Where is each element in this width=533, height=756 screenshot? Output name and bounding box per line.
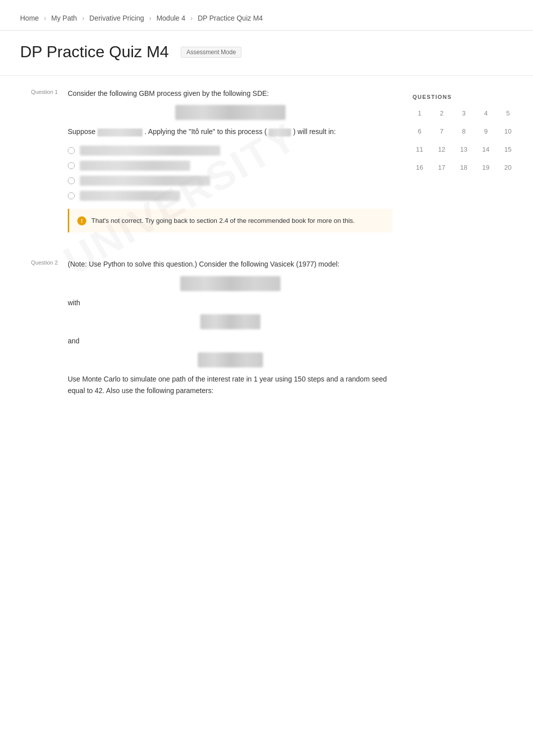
q2-with-blur [200, 314, 260, 329]
breadcrumb-module4[interactable]: Module 4 [157, 14, 186, 22]
question-2-label: Question 2 [20, 259, 58, 402]
q-num-8[interactable]: 8 [457, 124, 471, 138]
breadcrumb: Home › My Path › Derivative Pricing › Mo… [0, 0, 533, 31]
breadcrumb-home[interactable]: Home [20, 14, 39, 22]
q1-option-3[interactable] [68, 176, 392, 186]
breadcrumb-sep-3: › [149, 14, 152, 22]
breadcrumb-quiz[interactable]: DP Practice Quiz M4 [198, 14, 263, 22]
q2-and-blur [198, 352, 263, 367]
q-num-1[interactable]: 1 [413, 106, 427, 120]
question-1-block: Question 1 Consider the following GBM pr… [20, 88, 392, 242]
questions-nav: QUESTIONS 123456789101112131415161718192… [413, 88, 513, 180]
breadcrumb-sep-2: › [82, 14, 84, 22]
breadcrumb-sep-1: › [44, 14, 46, 22]
question-1-intro: Consider the following GBM process given… [68, 88, 392, 99]
questions-nav-title: QUESTIONS [413, 94, 513, 100]
q-num-17[interactable]: 17 [435, 160, 449, 174]
assessment-badge: Assessment Mode [181, 47, 241, 58]
q1-radio-4[interactable] [68, 192, 75, 199]
q1-feedback: ! That's not correct. Try going back to … [68, 209, 392, 233]
q2-with-formula [68, 314, 392, 329]
q-num-5[interactable]: 5 [501, 106, 515, 120]
q1-option-4-text [80, 191, 180, 201]
q1-option-3-text [80, 176, 210, 186]
q1-option-1-text [80, 146, 220, 156]
q-num-2[interactable]: 2 [435, 106, 449, 120]
q1-feedback-text: That's not correct. Try going back to se… [91, 216, 355, 226]
question-1-content: Consider the following GBM process given… [68, 88, 392, 232]
q-num-12[interactable]: 12 [435, 142, 449, 156]
q-num-9[interactable]: 9 [479, 124, 493, 138]
q-num-6[interactable]: 6 [413, 124, 427, 138]
q1-option-4[interactable] [68, 191, 392, 201]
q-num-4[interactable]: 4 [479, 106, 493, 120]
breadcrumb-mypath[interactable]: My Path [51, 14, 77, 22]
question-2-intro: (Note: Use Python to solve this question… [68, 259, 392, 270]
q1-radio-3[interactable] [68, 177, 75, 184]
q-num-14[interactable]: 14 [479, 142, 493, 156]
question-2-content: (Note: Use Python to solve this question… [68, 259, 392, 402]
q-num-18[interactable]: 18 [457, 160, 471, 174]
content-area: Question 1 Consider the following GBM pr… [20, 88, 392, 428]
breadcrumb-sep-4: › [190, 14, 193, 22]
q2-model-blur [180, 276, 281, 291]
questions-grid: 1234567891011121314151617181920 [413, 106, 513, 174]
sidebar: QUESTIONS 123456789101112131415161718192… [413, 88, 513, 428]
page-title: DP Practice Quiz M4 [20, 43, 169, 61]
main-layout: Question 1 Consider the following GBM pr… [0, 88, 533, 428]
q-num-20[interactable]: 20 [501, 160, 515, 174]
question-2-and: and [68, 335, 392, 346]
page-header: DP Practice Quiz M4 Assessment Mode [0, 31, 533, 71]
q-num-13[interactable]: 13 [457, 142, 471, 156]
q1-paren-blur [269, 129, 291, 137]
q1-radio-2[interactable] [68, 162, 75, 169]
q-num-19[interactable]: 19 [479, 160, 493, 174]
q1-radio-1[interactable] [68, 147, 75, 154]
q1-option-1[interactable] [68, 146, 392, 156]
q1-option-2-text [80, 161, 190, 171]
q-num-10[interactable]: 10 [501, 124, 515, 138]
question-2-block: Question 2 (Note: Use Python to solve th… [20, 259, 392, 412]
q1-option-2[interactable] [68, 161, 392, 171]
header-divider [0, 75, 533, 76]
q1-sde-blur [175, 105, 286, 120]
question-1-suppose: Suppose . Applying the "Itô rule" to thi… [68, 126, 392, 137]
question-2-final: Use Monte Carlo to simulate one path of … [68, 373, 392, 396]
q-num-11[interactable]: 11 [413, 142, 427, 156]
q-num-15[interactable]: 15 [501, 142, 515, 156]
q-num-3[interactable]: 3 [457, 106, 471, 120]
q2-model-formula [68, 276, 392, 291]
q2-and-formula [68, 352, 392, 367]
question-1-label: Question 1 [20, 88, 58, 232]
q-num-16[interactable]: 16 [413, 160, 427, 174]
question-2-with: with [68, 297, 392, 308]
q1-options [68, 146, 392, 201]
q-num-7[interactable]: 7 [435, 124, 449, 138]
q1-suppose-blur [97, 129, 143, 137]
q1-feedback-icon: ! [77, 216, 86, 225]
q1-sde-formula [68, 105, 392, 120]
breadcrumb-derivative[interactable]: Derivative Pricing [89, 14, 144, 22]
